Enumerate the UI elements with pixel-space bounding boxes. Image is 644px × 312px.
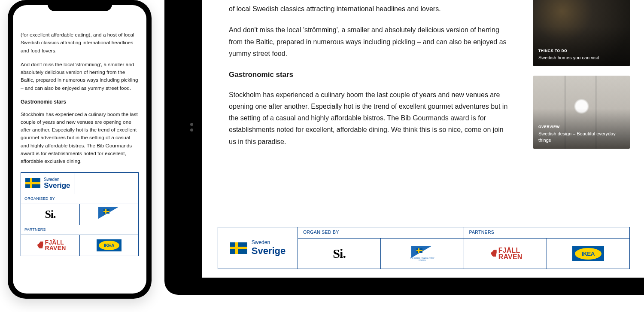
business-sweden-caption: THE SWEDISH TRADE & INVEST COUNCIL: [409, 257, 435, 261]
card-category: THINGS TO DO: [538, 49, 625, 53]
desktop-screen: restaurants, Bib Gourmands (for excellen…: [202, 0, 644, 278]
brand-line-2: Sverige: [44, 182, 70, 190]
organised-by-logos: Si.: [21, 204, 138, 225]
dot-icon: [190, 123, 193, 126]
brand-line-1: Sweden: [252, 240, 286, 245]
card-title: Swedish design – Beautiful everyday thin…: [538, 131, 625, 144]
organised-by-label: ORGANISED BY: [298, 227, 464, 239]
organised-by-section: ORGANISED BY Si. THE SWEDISH TRADE & INV…: [298, 227, 464, 269]
sweden-flag-icon: [25, 178, 40, 188]
ikea-logo-cell[interactable]: IKEA: [547, 239, 629, 269]
nav-dots: [190, 123, 193, 132]
partner-logos: FJÄLLRAVEN IKEA: [21, 235, 138, 256]
partners-label: PARTNERS: [464, 227, 630, 239]
si-logo: Si.: [333, 246, 346, 261]
ikea-text: IKEA: [575, 248, 601, 260]
partners-section: PARTNERS FJÄLLRAVEN IKEA: [464, 227, 630, 269]
sweden-brand[interactable]: Sweden Sverige: [21, 173, 75, 195]
si-logo: Si.: [45, 206, 55, 223]
mobile-screen: (for excellent affordable eating), and a…: [13, 5, 146, 294]
card-title: Swedish homes you can visit: [538, 55, 625, 61]
brand-line-2: Sverige: [252, 246, 286, 256]
mobile-article: (for excellent affordable eating), and a…: [13, 5, 146, 264]
fjallraven-logo: FJÄLLRAVEN: [35, 240, 66, 251]
article-paragraph: And don't miss the local 'strömming', a …: [21, 61, 139, 92]
ikea-logo: IKEA: [97, 239, 122, 251]
sidebar-card-overview[interactable]: OVERVIEW Swedish design – Beautiful ever…: [533, 76, 630, 149]
card-category: OVERVIEW: [538, 125, 625, 129]
article-paragraph: of local Swedish classics attracting int…: [229, 3, 513, 15]
article-paragraph: Stockholm has experienced a culinary boo…: [229, 89, 513, 147]
business-sweden-logo: THE SWEDISH TRADE & INVEST COUNCIL: [409, 246, 435, 261]
si-logo-cell[interactable]: Si.: [21, 204, 80, 225]
sweden-flag-icon: [230, 242, 247, 254]
article-paragraph: And don't miss the local 'strömming', a …: [229, 24, 513, 59]
fox-icon: [488, 249, 497, 258]
sweden-brand[interactable]: Sweden Sverige: [218, 227, 298, 269]
article-paragraph: Stockholm has experienced a culinary boo…: [21, 110, 139, 165]
ikea-logo: IKEA: [572, 246, 604, 261]
fox-icon: [35, 241, 43, 250]
sidebar-card-things-to-do[interactable]: THINGS TO DO Swedish homes you can visit: [533, 0, 630, 66]
fjallraven-logo-cell[interactable]: FJÄLLRAVEN: [464, 239, 547, 269]
mobile-device-frame: (for excellent affordable eating), and a…: [8, 0, 152, 299]
organised-by-logos: Si. THE SWEDISH TRADE & INVEST COUNCIL: [298, 239, 464, 269]
si-logo-cell[interactable]: Si.: [298, 239, 381, 269]
article-cutoff-line: restaurants, Bib Gourmands (for excellen…: [229, 0, 513, 2]
organised-by-label: ORGANISED BY: [21, 194, 138, 204]
business-sweden-logo: [96, 207, 122, 222]
ikea-logo-cell[interactable]: IKEA: [80, 235, 138, 256]
partner-logos: FJÄLLRAVEN IKEA: [464, 239, 630, 269]
desktop-device-frame: restaurants, Bib Gourmands (for excellen…: [164, 0, 644, 295]
article-heading: Gastronomic stars: [21, 98, 139, 106]
article-heading: Gastronomic stars: [229, 69, 513, 81]
phone-notch: [48, 0, 112, 11]
partners-label: PARTNERS: [21, 225, 138, 235]
article-paragraph: (for excellent affordable eating), and a…: [21, 31, 139, 55]
brand-text: Sweden Sverige: [44, 177, 70, 190]
fjallraven-logo: FJÄLLRAVEN: [488, 247, 522, 260]
ikea-text: IKEA: [99, 241, 119, 250]
footer: Sweden Sverige ORGANISED BY Si.: [21, 172, 139, 257]
footer: Sweden Sverige ORGANISED BY Si. THE SWED…: [218, 227, 630, 269]
fjallraven-logo-cell[interactable]: FJÄLLRAVEN: [21, 235, 80, 256]
brand-text: Sweden Sverige: [252, 240, 286, 256]
brand-line-1: Sweden: [44, 177, 70, 182]
dot-icon: [190, 128, 193, 132]
business-sweden-logo-cell[interactable]: [80, 204, 138, 225]
business-sweden-logo-cell[interactable]: THE SWEDISH TRADE & INVEST COUNCIL: [381, 239, 463, 269]
